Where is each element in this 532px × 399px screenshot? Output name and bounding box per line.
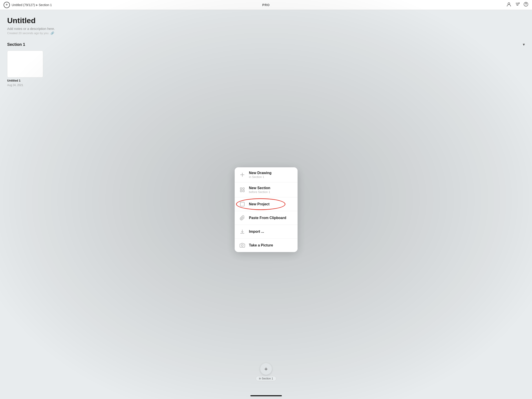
- drawing-thumbnail: [7, 51, 43, 77]
- plus-button[interactable]: +: [260, 363, 272, 375]
- popup-item-label-new-section: New Section: [249, 186, 270, 190]
- popup-item-text-new-drawing: New Drawing in Section 1: [249, 171, 272, 179]
- popup-item-text-new-project: New Project: [249, 202, 270, 206]
- popup-item-label-take-picture: Take a Picture: [249, 243, 273, 247]
- popup-item-new-section[interactable]: New Section before Section 1: [235, 182, 298, 198]
- drawing-name: Untitled 1: [7, 79, 43, 82]
- popup-item-import[interactable]: Import ...: [235, 225, 298, 238]
- paperclip-icon: [239, 215, 246, 221]
- svg-rect-7: [240, 190, 242, 192]
- popup-item-text-paste-clipboard: Paste From Clipboard: [249, 216, 286, 220]
- popup-item-label-new-drawing: New Drawing: [249, 171, 272, 175]
- topbar-add-button[interactable]: +: [4, 2, 10, 8]
- topbar-add-icon: +: [6, 2, 8, 7]
- pro-badge: PRO: [262, 3, 270, 7]
- popup-item-sublabel-new-drawing: in Section 1: [249, 175, 272, 179]
- section-title: Section 1: [7, 42, 25, 47]
- breadcrumb-section[interactable]: Section 1: [39, 3, 52, 7]
- popup-item-sublabel-new-section: before Section 1: [249, 190, 270, 194]
- camera-icon: [239, 242, 246, 249]
- meta-icon: 🔗: [51, 32, 54, 35]
- plus-button-area: + in Section 1: [256, 363, 276, 381]
- download-icon: [239, 228, 246, 235]
- plus-button-label: in Section 1: [256, 376, 276, 381]
- drawings-grid: Untitled 1 Aug 24, 2021: [7, 51, 525, 87]
- svg-rect-5: [240, 188, 242, 189]
- svg-point-10: [241, 245, 243, 246]
- popup-menu: New Drawing in Section 1 New Section bef…: [235, 167, 298, 252]
- popup-item-new-project[interactable]: New Project: [235, 198, 298, 211]
- section-chevron[interactable]: ▾: [523, 42, 525, 47]
- help-icon[interactable]: [524, 2, 528, 8]
- svg-rect-8: [243, 190, 244, 192]
- svg-rect-6: [243, 188, 244, 189]
- page-meta: Created 20 seconds ago by you. 🔗: [7, 32, 525, 35]
- plus-button-icon: +: [264, 366, 268, 373]
- grid-icon: [239, 187, 246, 193]
- breadcrumb-separator: ▶: [36, 3, 38, 6]
- svg-rect-9: [240, 202, 244, 206]
- profile-icon[interactable]: [507, 2, 511, 8]
- topbar-left: + Untitled (79/127) ▶ Section 1: [4, 2, 52, 8]
- popup-item-text-take-picture: Take a Picture: [249, 243, 273, 247]
- topbar: + Untitled (79/127) ▶ Section 1 PRO: [0, 0, 532, 10]
- popup-item-paste-clipboard[interactable]: Paste From Clipboard: [235, 211, 298, 225]
- popup-item-text-new-section: New Section before Section 1: [249, 186, 270, 194]
- plus-icon: [239, 172, 246, 178]
- sort-icon[interactable]: [515, 2, 520, 8]
- popup-item-label-paste-clipboard: Paste From Clipboard: [249, 216, 286, 220]
- main-content: Untitled Add notes or a description here…: [0, 10, 532, 93]
- page-meta-text: Created 20 seconds ago by you.: [7, 32, 49, 35]
- section-header: Section 1 ▾: [7, 42, 525, 47]
- drawing-item[interactable]: Untitled 1 Aug 24, 2021: [7, 51, 43, 87]
- breadcrumb-project[interactable]: Untitled (79/127): [12, 3, 35, 7]
- svg-point-0: [508, 3, 510, 5]
- page-description[interactable]: Add notes or a description here.: [7, 27, 525, 31]
- popup-item-label-import: Import ...: [249, 230, 264, 234]
- popup-item-new-drawing[interactable]: New Drawing in Section 1: [235, 167, 298, 182]
- popup-item-label-new-project: New Project: [249, 202, 270, 206]
- popup-item-take-picture[interactable]: Take a Picture: [235, 238, 298, 252]
- square-icon: [239, 201, 246, 207]
- popup-item-text-import: Import ...: [249, 230, 264, 234]
- drawing-date: Aug 24, 2021: [7, 84, 43, 87]
- bottom-home-bar: [250, 395, 282, 396]
- breadcrumb: Untitled (79/127) ▶ Section 1: [12, 3, 52, 7]
- svg-point-2: [526, 5, 526, 6]
- topbar-right: [507, 2, 528, 8]
- page-title: Untitled: [7, 16, 525, 25]
